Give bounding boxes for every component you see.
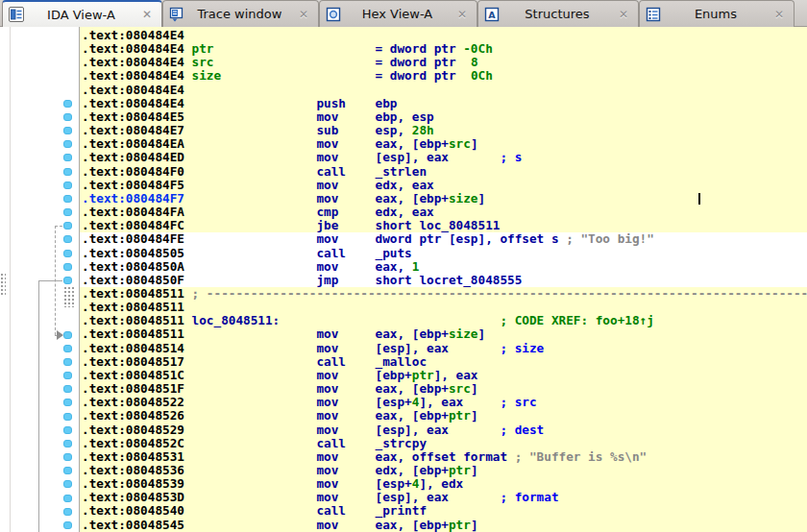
asm-line[interactable]: .text:0804850F jmp short locret_8048555 xyxy=(80,274,807,287)
asm-line[interactable]: .text:080484E4 src = dword ptr 8 xyxy=(80,56,807,69)
asm-text: cmp edx, eax xyxy=(184,206,434,219)
close-icon[interactable]: ✕ xyxy=(770,8,788,21)
asm-line[interactable]: .text:080484E7 sub esp, 28h xyxy=(80,124,807,137)
asm-line[interactable]: .text:08048514 mov [esp], eax ; size xyxy=(80,342,807,355)
asm-address: .text:080484E7 xyxy=(82,124,184,137)
asm-address: .text:080484E4 xyxy=(82,56,184,69)
asm-text: mov eax, offset format xyxy=(184,450,507,464)
asm-line[interactable]: .text:080484E4 xyxy=(80,84,807,97)
asm-line[interactable]: .text:080484F0 call _strlen xyxy=(80,165,807,179)
asm-text: ] xyxy=(478,327,486,341)
trace-dot xyxy=(63,453,72,461)
asm-line[interactable]: .text:080484FA cmp edx, eax xyxy=(80,206,807,219)
tab-label: Hex View-A xyxy=(341,7,453,21)
trace-dot xyxy=(63,222,72,230)
asm-line[interactable]: .text:08048505 call _puts xyxy=(80,247,807,260)
asm-line[interactable]: .text:0804852C call _strcpy xyxy=(80,437,807,450)
tab-hex-view-a[interactable]: Hex View-A ✕ xyxy=(319,0,477,27)
asm-line[interactable]: .text:08048511 loc_8048511: ; CODE XREF:… xyxy=(80,314,807,327)
trace-dot xyxy=(63,168,72,176)
tab-ida-view-a[interactable]: IDA View-A ✕ xyxy=(2,0,162,27)
asm-line[interactable]: .text:08048545 mov eax, [ebp+ptr] xyxy=(80,519,807,532)
asm-text: mov eax, [ebp+ xyxy=(184,382,449,396)
asm-text: call _puts xyxy=(184,247,412,260)
asm-text: ptr xyxy=(449,409,471,423)
asm-address: .text:08048539 xyxy=(82,477,184,491)
trace-dot xyxy=(63,154,72,161)
asm-line[interactable]: .text:08048540 call _printf xyxy=(80,504,807,518)
asm-line[interactable]: .text:08048529 mov [esp], eax ; dest xyxy=(80,423,807,437)
trace-dot xyxy=(63,100,72,108)
asm-text: mov [esp+ xyxy=(184,396,412,409)
asm-text: ptr xyxy=(449,519,471,532)
asm-text: ; size xyxy=(449,342,544,355)
ida-view-icon xyxy=(9,7,24,22)
tab-enums[interactable]: Enums ✕ xyxy=(639,0,795,27)
asm-line[interactable]: .text:080484F5 mov edx, eax xyxy=(80,179,807,192)
asm-text: ] xyxy=(471,382,478,396)
close-icon[interactable]: ✕ xyxy=(295,8,312,21)
code-listing[interactable]: .text:080484E4.text:080484E4 ptr = dword… xyxy=(80,27,807,532)
asm-line[interactable]: .text:080484ED mov [esp], eax ; s xyxy=(80,151,807,164)
asm-text: mov eax, [ebp+ xyxy=(184,519,449,532)
asm-line[interactable]: .text:0804851C mov [ebp+ptr], eax xyxy=(80,369,807,382)
asm-line[interactable]: .text:080484E4 size = dword ptr 0Ch xyxy=(80,69,807,83)
asm-line[interactable]: .text:08048511 mov eax, [ebp+size] xyxy=(80,327,807,341)
asm-text: jmp short locret_8048555 xyxy=(184,274,522,287)
asm-text: call _strlen xyxy=(184,165,427,179)
asm-text: mov eax, [ebp+ xyxy=(184,192,449,206)
asm-text: ptr xyxy=(184,42,214,56)
asm-address: .text:080484E4 xyxy=(82,42,184,56)
asm-line[interactable]: .text:080484EA mov eax, [ebp+src] xyxy=(80,137,807,151)
enums-icon xyxy=(646,7,661,22)
asm-address: .text:0804850F xyxy=(82,274,184,287)
jump-arrow-unconditional xyxy=(38,280,62,282)
trace-dot xyxy=(63,426,72,434)
asm-line[interactable]: .text:080484E4 push ebp xyxy=(80,97,807,110)
jump-arrow-head xyxy=(57,330,63,340)
asm-line[interactable]: .text:08048511 xyxy=(80,301,807,314)
asm-address: .text:0804851C xyxy=(82,369,184,382)
hidden-arrows-indicator xyxy=(63,286,75,307)
asm-text: ; "Buffer is %s\n" xyxy=(507,450,647,464)
trace-dot xyxy=(63,181,72,189)
asm-address: .text:08048536 xyxy=(82,464,184,477)
trace-dot xyxy=(63,277,72,284)
asm-text: mov eax, xyxy=(184,260,412,274)
tab-structures[interactable]: A Structures ✕ xyxy=(477,0,639,27)
trace-dot xyxy=(63,345,72,352)
asm-line[interactable]: .text:08048539 mov [esp+4], edx xyxy=(80,477,807,491)
asm-text: sub esp, xyxy=(184,124,412,137)
asm-line[interactable]: .text:08048517 call _malloc xyxy=(80,355,807,369)
asm-line[interactable]: .text:080484E4 ptr = dword ptr -0Ch xyxy=(80,42,807,56)
trace-dot xyxy=(63,263,72,271)
asm-line[interactable]: .text:0804853D mov [esp], eax ; format xyxy=(80,491,807,504)
asm-line[interactable]: .text:08048536 mov edx, [ebp+ptr] xyxy=(80,464,807,477)
tab-trace-window[interactable]: Trace window ✕ xyxy=(162,0,319,27)
asm-line[interactable]: .text:08048511 ; -----------------------… xyxy=(80,287,807,301)
asm-text: = dword ptr xyxy=(214,56,471,69)
asm-text: ] xyxy=(471,137,478,151)
close-icon[interactable]: ✕ xyxy=(615,8,632,21)
asm-text: mov eax, [ebp+ xyxy=(184,409,449,423)
asm-line[interactable]: .text:0804851F mov eax, [ebp+src] xyxy=(80,382,807,396)
close-icon[interactable]: ✕ xyxy=(138,8,156,21)
trace-dot xyxy=(63,331,72,339)
asm-address: .text:080484F0 xyxy=(82,165,184,179)
asm-address: .text:0804852C xyxy=(82,437,184,450)
asm-line[interactable]: .text:0804850A mov eax, 1 xyxy=(80,260,807,274)
asm-text: size xyxy=(449,192,478,206)
asm-text: mov [esp], eax xyxy=(184,423,449,437)
asm-text: 1 xyxy=(412,260,420,274)
asm-line[interactable]: .text:080484FE mov dword ptr [esp], offs… xyxy=(80,232,807,246)
asm-line[interactable]: .text:080484FC jbe short loc_8048511 xyxy=(80,219,807,232)
asm-text: mov eax, [ebp+ xyxy=(184,327,449,341)
asm-line[interactable]: .text:08048522 mov [esp+4], eax ; src xyxy=(80,396,807,409)
asm-text: 28h xyxy=(412,124,434,137)
asm-line[interactable]: .text:08048526 mov eax, [ebp+ptr] xyxy=(80,409,807,423)
asm-line[interactable]: .text:08048531 mov eax, offset format ; … xyxy=(80,450,807,464)
asm-line[interactable]: .text:080484E5 mov ebp, esp xyxy=(80,110,807,124)
asm-line[interactable]: .text:080484E4 xyxy=(80,29,807,42)
asm-text: size xyxy=(184,69,221,83)
close-icon[interactable]: ✕ xyxy=(453,8,471,21)
